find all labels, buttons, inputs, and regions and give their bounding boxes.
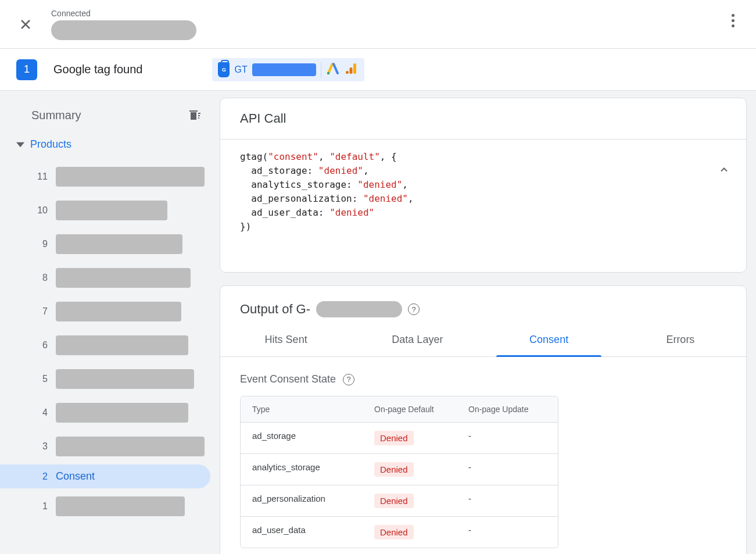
consent-update: - [457,454,558,485]
output-card: Output of G- ? Hits SentData LayerConsen… [220,285,747,554]
consent-update: - [457,485,558,516]
consent-update: - [457,423,558,453]
event-name-redacted [56,167,205,187]
svg-rect-1 [353,63,356,74]
svg-point-3 [346,71,349,74]
denied-badge: Denied [374,494,414,508]
denied-badge: Denied [374,431,414,445]
tag-found-title: Google tag found [53,63,142,76]
event-item[interactable]: 10 [12,195,210,226]
url-redacted [51,20,196,40]
help-icon[interactable]: ? [343,374,354,385]
summary-row[interactable]: Summary [12,102,210,128]
google-ads-icon [326,62,340,78]
output-tabs: Hits SentData LayerConsentErrors [220,323,746,357]
event-number: 9 [35,239,48,249]
more-menu-button[interactable] [726,14,740,27]
consent-default: Denied [363,485,457,516]
event-item[interactable]: 6 [12,330,210,361]
api-call-card: API Call gtag("consent", "default", { ad… [220,98,747,273]
consent-type: ad_storage [241,423,363,453]
event-list: 111098765432Consent1 [12,161,210,522]
output-title: Output of G- [240,302,310,317]
gtag-icon: G [218,62,230,77]
event-name-redacted [56,496,185,516]
summary-label: Summary [31,109,81,122]
consent-state-title: Event Consent State [240,373,336,385]
event-name-redacted [56,369,194,389]
table-row: analytics_storageDenied- [241,454,558,485]
event-name-redacted [56,302,181,321]
event-label: Consent [56,470,95,482]
event-number: 10 [35,205,48,216]
tag-found-bar: 1 Google tag found G GT [0,49,756,91]
event-number: 4 [35,408,48,418]
event-name-redacted [56,234,182,254]
tag-count-badge: 1 [16,59,37,80]
event-item[interactable]: 4 [12,397,210,428]
output-id-redacted [316,301,402,317]
products-label: Products [30,138,71,151]
svg-point-0 [327,72,329,74]
table-row: ad_storageDenied- [241,423,558,454]
header-bar: Connected [0,0,756,49]
api-call-title: API Call [220,98,746,140]
table-header: Type [241,396,363,422]
gt-label: GT [234,65,247,75]
svg-rect-2 [349,67,352,74]
event-number: 2 [35,471,48,482]
main-content: API Call gtag("consent", "default", { ad… [217,91,756,554]
caret-down-icon [16,141,24,149]
event-number: 3 [35,441,48,452]
event-item[interactable]: 5 [12,363,210,395]
event-item-consent[interactable]: 2Consent [0,464,210,488]
close-icon [19,17,33,31]
event-number: 1 [35,501,48,512]
event-number: 5 [35,374,48,384]
table-header: On-page Update [457,396,558,422]
table-row: ad_user_dataDenied- [241,517,558,548]
denied-badge: Denied [374,525,414,539]
event-item[interactable]: 8 [12,262,210,294]
connected-label: Connected [51,9,196,18]
event-number: 8 [35,273,48,283]
event-name-redacted [56,335,188,355]
clear-summary-button[interactable] [187,108,201,122]
help-icon[interactable]: ? [408,303,420,315]
event-name-redacted [56,403,188,423]
consent-type: ad_user_data [241,517,363,548]
sidebar: Summary Products 111098765432Consent1 [0,91,217,554]
event-item[interactable]: 7 [12,296,210,327]
tab-hits-sent[interactable]: Hits Sent [220,323,352,356]
consent-type: analytics_storage [241,454,363,485]
api-call-code: gtag("consent", "default", { ad_storage:… [220,140,746,272]
event-name-redacted [56,201,167,220]
tab-consent[interactable]: Consent [483,323,615,356]
products-section-header[interactable]: Products [12,128,210,159]
table-row: ad_personalizationDenied- [241,485,558,517]
collapse-button[interactable] [662,150,730,194]
consent-update: - [457,517,558,548]
consent-type: ad_personalization [241,485,363,516]
event-item[interactable]: 1 [12,491,210,522]
tag-chip[interactable]: G GT [212,58,364,81]
event-item[interactable]: 3 [12,431,210,462]
event-item[interactable]: 11 [12,161,210,192]
consent-section: Event Consent State ? TypeOn-page Defaul… [220,357,746,554]
close-button[interactable] [12,10,40,38]
google-analytics-icon [345,62,359,78]
tab-data-layer[interactable]: Data Layer [352,323,483,356]
consent-default: Denied [363,517,457,548]
header-info: Connected [51,9,196,40]
tab-errors[interactable]: Errors [615,323,746,356]
event-item[interactable]: 9 [12,228,210,260]
gt-id-redacted [252,63,316,76]
consent-table: TypeOn-page DefaultOn-page Updatead_stor… [240,396,558,548]
output-header: Output of G- ? [220,286,746,317]
event-number: 11 [35,171,48,182]
chip-divider [321,62,321,77]
event-number: 6 [35,340,48,351]
consent-default: Denied [363,423,457,453]
table-header: On-page Default [363,396,457,422]
consent-default: Denied [363,454,457,485]
